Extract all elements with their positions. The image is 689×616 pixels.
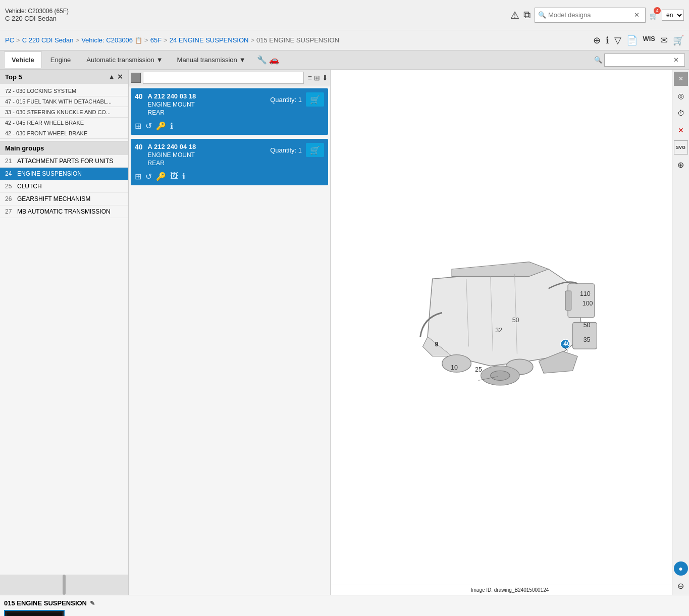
group-num: 24 [5, 170, 17, 177]
group-num: 27 [5, 208, 17, 215]
nav-search-input[interactable] [608, 57, 673, 64]
svg-text:25: 25 [475, 366, 482, 373]
cross-icon[interactable]: ✕ [674, 123, 688, 137]
parts-view-icons: ≡ ⊞ ⬇ [308, 74, 328, 82]
list-item[interactable]: 47 - 015 FUEL TANK WITH DETACHABL... [0, 96, 128, 107]
svg-label[interactable]: SVG [674, 140, 688, 155]
tab-engine[interactable]: Engine [43, 52, 78, 68]
search-clear-icon[interactable]: ✕ [634, 11, 640, 19]
mail-toolbar-icon[interactable]: ✉ [660, 35, 668, 46]
part-name-2: ENGINE MOUNT [148, 151, 271, 159]
group-item-27[interactable]: 27 MB AUTOMATIC TRANSMISSION [0, 206, 128, 218]
qty-label-1: Quantity: 1 [270, 96, 302, 104]
part-info-2: A 212 240 04 18 ENGINE MOUNT REAR [148, 143, 271, 167]
close-panel-icon[interactable]: ✕ [674, 72, 688, 86]
bottom-image-thumb[interactable] [4, 610, 65, 616]
edit-title-icon[interactable]: ✎ [90, 600, 95, 607]
group-item-24[interactable]: 24 ENGINE SUSPENSION [0, 168, 128, 180]
tab-manual[interactable]: Manual transmission ▼ [170, 52, 253, 68]
part-image-icon-2[interactable]: 🖼 [170, 172, 178, 181]
cart-badge: 4 [654, 7, 661, 14]
nav-search-clear[interactable]: ✕ [673, 56, 679, 64]
breadcrumb-65f[interactable]: 65F [150, 36, 162, 44]
breadcrumb-sep4: > [164, 36, 168, 44]
add-to-cart-btn-1[interactable]: 🛒 [306, 92, 324, 107]
add-to-cart-btn-2[interactable]: 🛒 [306, 143, 324, 157]
group-num: 21 [5, 158, 17, 165]
group-item-21[interactable]: 21 ATTACHMENT PARTS FOR UNITS [0, 155, 128, 168]
copy-vehicle-icon[interactable]: 📋 [135, 37, 142, 44]
right-panel: 9 32 50 20 25 60 70 50 110 100 50 35 32 … [331, 70, 689, 595]
part-key-icon-1[interactable]: 🔑 [156, 121, 166, 131]
warning-icon[interactable]: ⚠ [510, 9, 519, 21]
svg-text:110: 110 [580, 290, 591, 297]
part-info-1: A 212 240 03 18 ENGINE MOUNT REAR [148, 92, 271, 116]
top-bar-right: ⚠ ⧉ 🔍 ✕ 🛒 4 en de [510, 8, 684, 23]
save-toolbar-icon[interactable]: 📄 [626, 35, 638, 46]
svg-rect-6 [565, 291, 571, 310]
part-grid-icon-1[interactable]: ⊞ [135, 121, 141, 131]
part-name-1: ENGINE MOUNT [148, 101, 271, 108]
info-toolbar-icon[interactable]: ℹ [606, 35, 609, 46]
eye-icon[interactable]: ◎ [674, 89, 688, 103]
copy-icon[interactable]: ⧉ [523, 9, 531, 21]
part-info-icon-1[interactable]: ℹ [170, 121, 173, 131]
top5-close-icon[interactable]: ✕ [117, 73, 123, 81]
language-selector[interactable]: en de [662, 10, 684, 21]
engine-diagram-svg: 9 32 50 20 25 60 70 50 110 100 50 35 32 … [394, 246, 626, 408]
nav-search-icon: 🔍 [594, 56, 602, 64]
top5-collapse-icon[interactable]: ▲ [108, 73, 115, 81]
breadcrumb-vehicle[interactable]: Vehicle: C203006 [81, 36, 133, 44]
zoom-in-right-icon[interactable]: ⊕ [674, 158, 688, 172]
top-bar: Vehicle: C203006 (65F) C 220 CDI Sedan ⚠… [0, 0, 689, 30]
breadcrumb-engine-suspension[interactable]: 24 ENGINE SUSPENSION [170, 36, 249, 44]
middle-panel: ≡ ⊞ ⬇ 40 A 212 240 03 18 ENGINE MOUNT RE… [129, 70, 331, 595]
part-grid-icon-2[interactable]: ⊞ [135, 172, 141, 181]
list-item[interactable]: 42 - 045 REAR WHEEL BRAKE [0, 118, 128, 128]
part-refresh-icon-1[interactable]: ↺ [145, 121, 152, 131]
group-item-26[interactable]: 26 GEARSHIFT MECHANISM [0, 193, 128, 206]
wis-toolbar-icon[interactable]: WIS [643, 35, 655, 46]
part-pos-2: 40 [135, 143, 143, 151]
svg-text:40: 40 [563, 340, 570, 347]
history-icon[interactable]: ⏱ [674, 106, 688, 120]
parts-search-input[interactable] [143, 72, 304, 84]
tab-automatic-arrow: ▼ [156, 56, 163, 64]
breadcrumb: PC > C 220 CDI Sedan > Vehicle: C203006 … [5, 36, 587, 44]
zoom-out-right-icon[interactable]: ⊖ [674, 579, 688, 593]
part-refresh-icon-2[interactable]: ↺ [145, 172, 152, 181]
diagram-image-id: Image ID: drawing_B24015000124 [331, 585, 689, 595]
list-item[interactable]: 72 - 030 LOCKING SYSTEM [0, 86, 128, 96]
breadcrumb-sep5: > [250, 36, 254, 44]
pin-icon[interactable]: ● [674, 561, 688, 576]
tab-vehicle[interactable]: Vehicle [4, 52, 42, 68]
tab-automatic[interactable]: Automatic transmission ▼ [79, 52, 170, 68]
cart-icon-wrap[interactable]: 🛒 4 [650, 9, 658, 21]
tab-icon-wrench[interactable]: 🔧 [257, 55, 267, 65]
list-view-icon[interactable]: ≡ [308, 74, 312, 82]
part-card-2: 40 A 212 240 04 18 ENGINE MOUNT REAR Qua… [131, 139, 328, 185]
grid-view-icon[interactable]: ⊞ [314, 74, 320, 82]
part-actions-1: ⊞ ↺ 🔑 ℹ [135, 119, 324, 131]
part-card-2-header: 40 A 212 240 04 18 ENGINE MOUNT REAR Qua… [135, 143, 324, 167]
part-info-icon-2[interactable]: ℹ [182, 172, 185, 181]
list-item[interactable]: 42 - 030 FRONT WHEEL BRAKE [0, 128, 128, 139]
group-name: GEARSHIFT MECHANISM [17, 195, 90, 202]
download-icon[interactable]: ⬇ [322, 74, 328, 82]
breadcrumb-pc[interactable]: PC [5, 36, 14, 44]
nav-search-box: ✕ [604, 54, 685, 67]
filter-toolbar-icon[interactable]: ▽ [614, 35, 621, 46]
list-item[interactable]: 33 - 030 STEERING KNUCKLE AND CO... [0, 107, 128, 118]
group-item-25[interactable]: 25 CLUTCH [0, 180, 128, 193]
breadcrumb-vehicle-line[interactable]: C 220 CDI Sedan [22, 36, 74, 44]
part-key-icon-2[interactable]: 🔑 [156, 172, 166, 181]
nav-tabs: Vehicle Engine Automatic transmission ▼ … [0, 50, 689, 70]
svg-text:9: 9 [435, 341, 438, 348]
model-search-input[interactable] [548, 11, 634, 19]
tab-icon-car[interactable]: 🚗 [269, 55, 279, 65]
svg-text:32: 32 [495, 327, 502, 334]
cart-toolbar-icon[interactable]: 🛒 [673, 35, 684, 46]
group-list-scrollbar[interactable] [0, 575, 128, 595]
part-pos-1: 40 [135, 92, 143, 100]
zoom-in-toolbar-icon[interactable]: ⊕ [593, 35, 601, 46]
